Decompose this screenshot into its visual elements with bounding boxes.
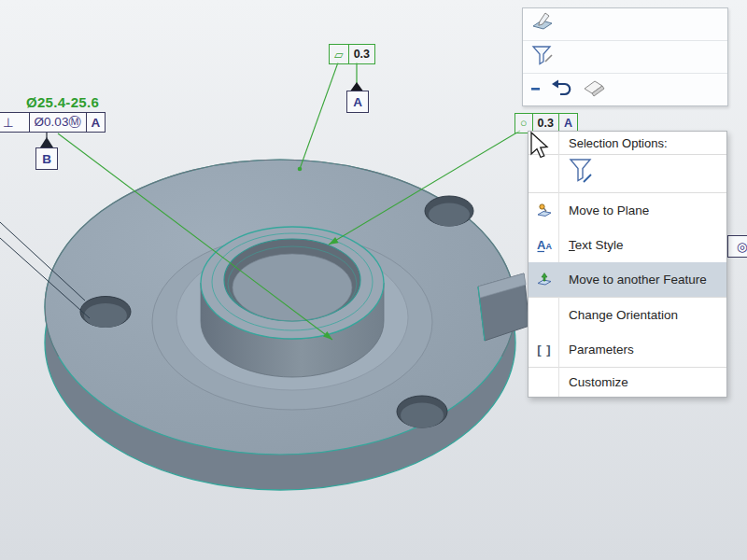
- move-to-feature-icon: [535, 271, 554, 289]
- menu-header: Selection Options:: [529, 132, 726, 154]
- floating-toolbar: [522, 7, 728, 106]
- flange-part[interactable]: [45, 160, 529, 490]
- geo-tolerance-symbol: ⊥: [0, 112, 30, 133]
- mouse-cursor: [529, 132, 552, 161]
- flatness-symbol: ▱: [330, 45, 348, 63]
- bolt-hole-bottom-right[interactable]: [397, 396, 447, 428]
- pmi-datum-b[interactable]: B: [35, 147, 58, 170]
- toolbar-row-3: [523, 74, 727, 105]
- pmi-partial-frame-right[interactable]: ◎: [727, 235, 747, 258]
- context-menu: Selection Options: Move to Plane A A: [528, 131, 727, 398]
- eraser-icon[interactable]: [583, 78, 607, 101]
- menu-item-change-orientation[interactable]: Change Orientation: [529, 298, 726, 332]
- pmi-diameter-dimension[interactable]: Ø25.4-25.6: [26, 94, 99, 110]
- circularity-symbol: ○: [515, 114, 532, 133]
- text-style-icon: A A: [535, 236, 554, 255]
- bolt-hole-top-right[interactable]: [425, 196, 473, 227]
- toolbar-row-1: [523, 8, 727, 40]
- datum-reference: A: [558, 114, 577, 133]
- leader-end-dot: [298, 167, 303, 172]
- menu-item-move-to-plane[interactable]: Move to Plane: [529, 193, 726, 228]
- pmi-datum-a[interactable]: A: [346, 91, 369, 113]
- boss-recess-floor[interactable]: [233, 254, 352, 321]
- undo-icon[interactable]: [551, 78, 573, 101]
- menu-item-parameters[interactable]: [ ] Parameters: [529, 332, 726, 367]
- svg-text:A: A: [537, 238, 546, 252]
- datum-reference: A: [86, 112, 106, 133]
- parameters-icon: [ ]: [535, 341, 554, 359]
- filter-funnel-icon: [567, 157, 595, 190]
- menu-item-customize[interactable]: Customize: [529, 368, 726, 397]
- plane-edit-icon[interactable]: [530, 10, 555, 38]
- tolerance-value: 0.3: [348, 45, 374, 63]
- menu-item-move-to-another-feature[interactable]: Move to another Feature: [529, 262, 726, 297]
- pmi-feature-control-frame-left[interactable]: ⊥ Ø0.03Ⓜ A: [0, 112, 106, 133]
- svg-text:A: A: [546, 242, 553, 251]
- toolbar-row-2: [523, 41, 727, 73]
- tolerance-value: Ø0.03Ⓜ: [29, 112, 87, 133]
- selection-filter-icon[interactable]: [530, 43, 555, 71]
- menu-item-selection-filter[interactable]: [529, 155, 726, 192]
- pmi-flatness-frame[interactable]: ▱ 0.3: [329, 44, 375, 64]
- move-to-plane-icon: [535, 202, 554, 220]
- tolerance-value: 0.3: [532, 114, 558, 133]
- minimize-icon[interactable]: [530, 81, 542, 98]
- menu-item-text-style[interactable]: A A Text Style: [529, 228, 726, 262]
- bolt-hole-left[interactable]: [80, 297, 131, 329]
